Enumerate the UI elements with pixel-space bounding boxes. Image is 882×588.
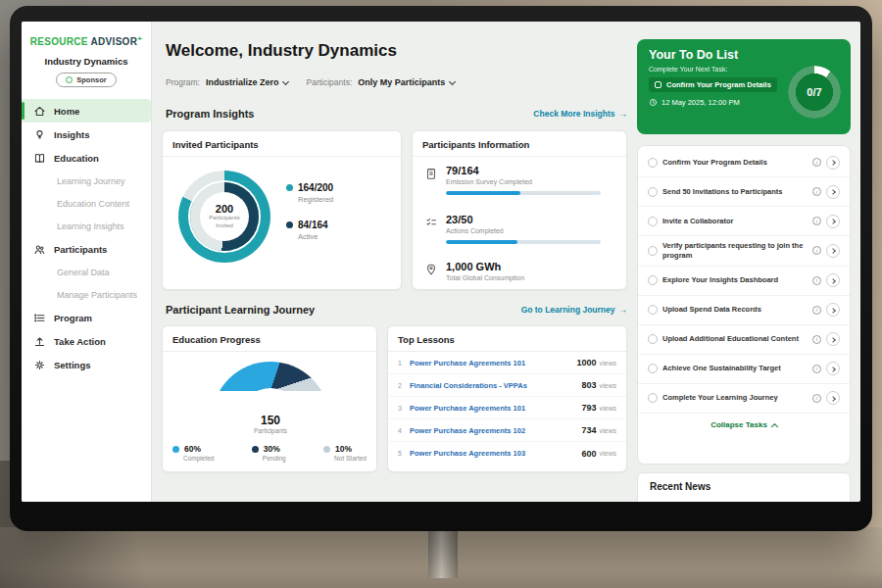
progress-fill-1 — [446, 240, 517, 244]
participants-filter: Participants: Only My Participants — [306, 77, 455, 87]
collapse-tasks-button[interactable]: Collapse Tasks — [638, 414, 850, 437]
dark-dot-icon — [286, 221, 293, 228]
invited-participants-card: Invited Participants 200 Participants In… — [162, 130, 402, 290]
card-title: Top Lessons — [388, 326, 626, 352]
task-open-button[interactable] — [826, 273, 840, 287]
lesson-link[interactable]: Power Purchase Agreements 101 — [410, 359, 576, 368]
sidebar-item-education-content[interactable]: Education Content — [22, 192, 151, 215]
sidebar-item-settings[interactable]: Settings — [22, 353, 151, 376]
task-row[interactable]: Verify participants requesting to join t… — [638, 236, 850, 267]
legend-label: Pending — [263, 455, 286, 462]
education-legend: 60% Completed 30% Pending 10% Not Starte… — [172, 444, 367, 462]
legend-item-not-started: 10% Not Started — [323, 444, 367, 462]
info-icon[interactable]: i — [812, 158, 821, 167]
program-filter: Program: Industrialize Zero — [166, 77, 288, 87]
invited-donut-outer: 200 Participants Invited — [178, 171, 270, 263]
sidebar-item-manage-participants[interactable]: Manage Participants — [22, 283, 151, 306]
filter-bar: Program: Industrialize Zero Participants… — [166, 77, 455, 87]
info-icon[interactable]: i — [812, 306, 821, 315]
sidebar-item-label: Insights — [54, 129, 89, 140]
gear-icon — [33, 359, 46, 371]
lesson-link[interactable]: Financial Considerations - VPPAs — [410, 381, 581, 390]
gray-dot-icon — [323, 446, 330, 453]
task-checkbox[interactable] — [648, 246, 658, 256]
chevron-down-icon — [449, 77, 456, 84]
sidebar-item-general-data[interactable]: General Data — [22, 261, 151, 283]
chevron-right-icon — [830, 248, 836, 254]
monitor-stand — [428, 523, 458, 578]
task-checkbox[interactable] — [648, 364, 658, 373]
logo-advisor: ADVISOR — [91, 36, 138, 47]
bulb-icon — [33, 128, 46, 141]
task-row[interactable]: Send 50 Invitations to Participants i — [638, 177, 850, 207]
sidebar-item-insights[interactable]: Insights — [22, 122, 151, 146]
task-row[interactable]: Upload Spend Data Records i — [638, 296, 850, 325]
chevron-right-icon — [830, 367, 836, 372]
check-more-insights-link[interactable]: Check More Insights → — [533, 109, 627, 119]
info-icon[interactable]: i — [812, 217, 821, 225]
task-row[interactable]: Upload Additional Educational Content i — [638, 325, 850, 355]
chevron-right-icon — [830, 160, 836, 166]
lesson-link[interactable]: Power Purchase Agreements 103 — [410, 449, 581, 458]
lesson-row: 4 Power Purchase Agreements 102 734 view… — [388, 419, 626, 442]
chevron-down-icon — [282, 77, 289, 84]
go-to-learning-journey-link[interactable]: Go to Learning Journey → — [521, 305, 627, 315]
teal-dot-icon — [286, 184, 293, 191]
sidebar-item-label: Settings — [54, 360, 90, 370]
info-icon[interactable]: i — [812, 187, 821, 196]
next-task-chip[interactable]: Confirm Your Program Details — [649, 77, 777, 92]
sidebar-item-learning-journey[interactable]: Learning Journey — [22, 170, 151, 192]
task-checkbox[interactable] — [648, 217, 658, 226]
sponsor-badge[interactable]: Sponsor — [56, 73, 116, 87]
task-row[interactable]: Complete Your Learning Journey i — [638, 384, 850, 414]
task-checkbox[interactable] — [648, 334, 658, 344]
sidebar-item-label: Take Action — [54, 336, 106, 347]
sidebar-item-home[interactable]: Home — [22, 99, 151, 122]
sidebar-item-participants[interactable]: Participants — [22, 237, 151, 261]
chevron-right-icon — [830, 337, 836, 343]
info-icon[interactable]: i — [812, 276, 821, 285]
task-open-button[interactable] — [826, 303, 840, 317]
action-icon — [33, 335, 46, 348]
todo-title: Your To Do List — [649, 48, 839, 62]
sidebar-item-education[interactable]: Education — [22, 146, 151, 170]
lesson-link[interactable]: Power Purchase Agreements 101 — [410, 404, 581, 413]
recent-news-card[interactable]: Recent News — [637, 472, 851, 502]
task-row[interactable]: Confirm Your Program Details i — [638, 148, 850, 177]
task-open-button[interactable] — [826, 156, 840, 170]
sidebar-item-take-action[interactable]: Take Action — [22, 329, 151, 353]
task-open-button[interactable] — [826, 362, 840, 375]
checkbox-icon[interactable] — [655, 81, 662, 88]
task-checkbox[interactable] — [648, 158, 658, 168]
lesson-link[interactable]: Power Purchase Agreements 102 — [410, 426, 581, 435]
task-open-button[interactable] — [826, 332, 840, 346]
sidebar-item-program[interactable]: Program — [22, 306, 151, 329]
clipboard-icon — [424, 167, 438, 180]
task-row[interactable]: Achieve One Sustainability Target i — [638, 355, 850, 384]
sidebar-item-label: Participants — [54, 244, 107, 255]
lesson-views: 803 — [581, 380, 596, 390]
task-row[interactable]: Explore Your Insights Dashboard i — [638, 267, 850, 296]
task-open-button[interactable] — [826, 215, 840, 228]
task-label: Explore Your Insights Dashboard — [662, 275, 808, 285]
sidebar-item-label: Education — [54, 153, 99, 164]
program-filter-dropdown[interactable]: Industrialize Zero — [206, 77, 289, 87]
info-icon[interactable]: i — [812, 246, 821, 255]
task-checkbox[interactable] — [648, 187, 658, 197]
info-icon[interactable]: i — [812, 365, 821, 373]
task-checkbox[interactable] — [648, 305, 658, 315]
sidebar-nav: Home Insights Education Learning Journey… — [22, 99, 151, 376]
task-checkbox[interactable] — [648, 275, 658, 285]
task-open-button[interactable] — [826, 185, 840, 199]
survey-progress-bar — [446, 191, 601, 195]
info-icon[interactable]: i — [812, 394, 821, 403]
sidebar-item-learning-insights[interactable]: Learning Insights — [22, 215, 151, 237]
task-open-button[interactable] — [826, 244, 840, 258]
task-open-button[interactable] — [826, 391, 840, 405]
lesson-rank: 4 — [398, 427, 410, 434]
participants-filter-dropdown[interactable]: Only My Participants — [358, 77, 455, 87]
task-row[interactable]: Invite a Collaborator i — [638, 207, 850, 236]
task-checkbox[interactable] — [648, 393, 658, 403]
todo-summary-card: Your To Do List Complete Your Next Task:… — [637, 39, 851, 134]
info-icon[interactable]: i — [812, 335, 821, 344]
